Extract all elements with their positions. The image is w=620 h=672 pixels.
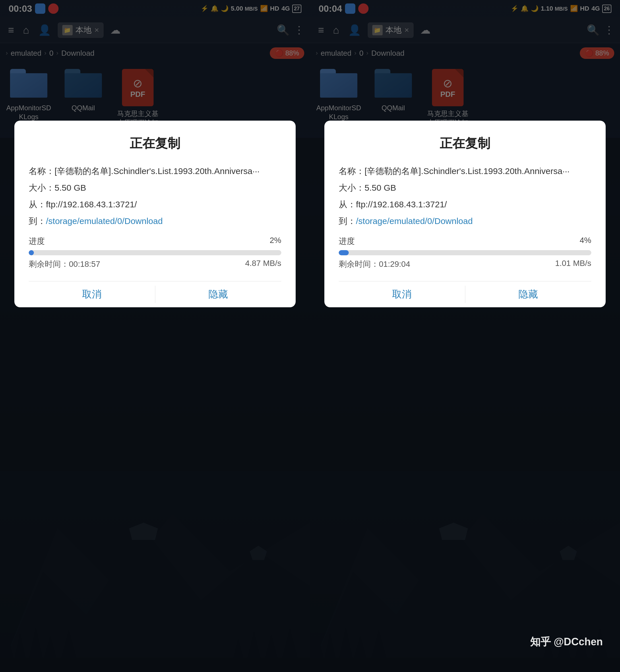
dialog-buttons-left: 取消 隐藏 (29, 281, 281, 307)
progress-label-right: 进度 (339, 236, 355, 247)
progress-header-left: 进度 2% (29, 236, 281, 247)
dialog-title-right: 正在复制 (339, 135, 591, 152)
copy-dialog-left: 正在复制 名称：[辛德勒的名单].Schindler's.List.1993.2… (14, 121, 296, 307)
dialog-progress-right: 进度 4% 剩余时间：01:29:04 1.01 MB/s (339, 236, 591, 270)
name-label-right: 名称： (339, 166, 365, 176)
dialog-to-right: 到：/storage/emulated/0/Download (339, 213, 591, 229)
progress-percent-right: 4% (580, 236, 591, 247)
size-label-right: 大小： (339, 183, 365, 192)
dialog-from-right: 从：ftp://192.168.43.1:3721/ (339, 197, 591, 212)
watermark: 知乎 @DCchen (530, 635, 603, 649)
to-value-left: /storage/emulated/0/Download (46, 216, 163, 226)
name-value-right: [辛德勒的名单].Schindler's.List.1993.20th.Anni… (365, 166, 569, 176)
hide-button-left[interactable]: 隐藏 (155, 281, 281, 307)
right-phone-panel: 00:04 ⚡ 🔔 🌙 1.10 MB/S 📶 HD 4G 26 (310, 0, 620, 672)
left-phone-panel: 00:03 ⚡ 🔔 🌙 5.00 MB/S 📶 HD 4G 27 (0, 0, 310, 672)
dialog-size-right: 大小：5.50 GB (339, 180, 591, 196)
to-label-left: 到： (29, 216, 46, 226)
overlay-right (310, 0, 620, 672)
speed-right-dialog: 1.01 MB/s (555, 259, 591, 270)
name-label-left: 名称： (29, 166, 55, 176)
progress-label-left: 进度 (29, 236, 45, 247)
dialog-time-right: 剩余时间：01:29:04 1.01 MB/s (339, 259, 591, 270)
dialog-to-left: 到：/storage/emulated/0/Download (29, 213, 281, 229)
progress-percent-left: 2% (270, 236, 281, 247)
to-label-right: 到： (339, 216, 356, 226)
progress-header-right: 进度 4% (339, 236, 591, 247)
progress-track-left (29, 250, 281, 255)
copy-dialog-right: 正在复制 名称：[辛德勒的名单].Schindler's.List.1993.2… (324, 121, 606, 307)
time-remaining-left: 剩余时间：00:18:57 (29, 259, 100, 270)
dialog-body-right: 名称：[辛德勒的名单].Schindler's.List.1993.20th.A… (339, 163, 591, 270)
dialog-time-left: 剩余时间：00:18:57 4.87 MB/s (29, 259, 281, 270)
to-value-right: /storage/emulated/0/Download (356, 216, 473, 226)
overlay-left (0, 0, 310, 672)
dialog-name-right: 名称：[辛德勒的名单].Schindler's.List.1993.20th.A… (339, 163, 591, 179)
cancel-button-left[interactable]: 取消 (29, 281, 155, 307)
hide-button-right[interactable]: 隐藏 (465, 281, 591, 307)
dialog-progress-left: 进度 2% 剩余时间：00:18:57 4.87 MB/s (29, 236, 281, 270)
progress-fill-left (29, 250, 34, 255)
size-label-left: 大小： (29, 183, 55, 192)
from-value-left: ftp://192.168.43.1:3721/ (46, 200, 137, 209)
dialog-buttons-right: 取消 隐藏 (339, 281, 591, 307)
from-value-right: ftp://192.168.43.1:3721/ (356, 200, 447, 209)
size-value-right: 5.50 GB (365, 183, 396, 192)
cancel-button-right[interactable]: 取消 (339, 281, 465, 307)
dialog-from-left: 从：ftp://192.168.43.1:3721/ (29, 197, 281, 212)
dialog-name-left: 名称：[辛德勒的名单].Schindler's.List.1993.20th.A… (29, 163, 281, 179)
size-value-left: 5.50 GB (55, 183, 86, 192)
dialog-body-left: 名称：[辛德勒的名单].Schindler's.List.1993.20th.A… (29, 163, 281, 270)
progress-fill-right (339, 250, 349, 255)
speed-left-dialog: 4.87 MB/s (245, 259, 281, 270)
dialog-size-left: 大小：5.50 GB (29, 180, 281, 196)
name-value-left: [辛德勒的名单].Schindler's.List.1993.20th.Anni… (55, 166, 259, 176)
time-remaining-right: 剩余时间：01:29:04 (339, 259, 410, 270)
from-label-right: 从： (339, 200, 356, 209)
progress-track-right (339, 250, 591, 255)
from-label-left: 从： (29, 200, 46, 209)
dialog-title-left: 正在复制 (29, 135, 281, 152)
